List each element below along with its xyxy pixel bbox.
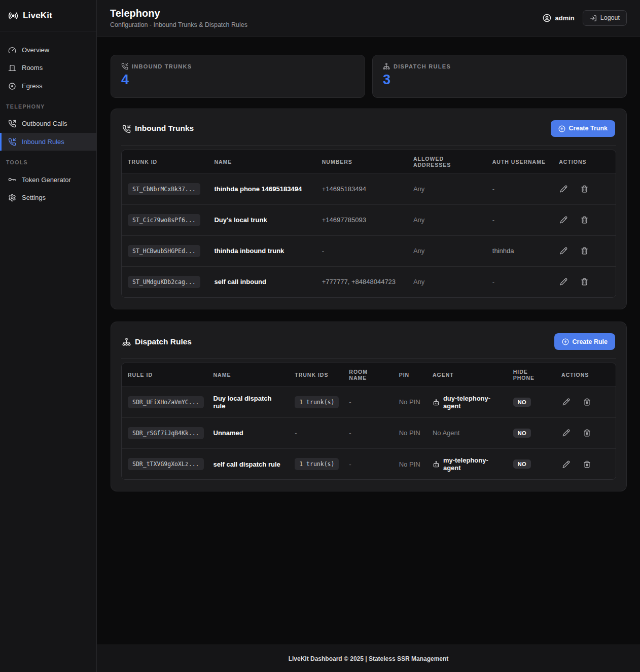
stat-label: Inbound Trunks <box>121 63 354 70</box>
edit-trunk-button[interactable] <box>559 246 568 256</box>
trunk-auth: - <box>492 216 494 224</box>
sidebar-item-label: Inbound Rules <box>22 138 64 146</box>
rule-name: Unnamed <box>214 429 243 437</box>
door-icon <box>8 64 16 73</box>
logout-label: Logout <box>600 14 620 21</box>
col-hide-phone: Hide Phone <box>507 363 555 387</box>
trunk-id: ST_CbNbrMCxBk37... <box>128 183 200 195</box>
hide-phone-badge: NO <box>513 459 531 469</box>
sidebar-item-label: Settings <box>22 194 46 201</box>
stat-value-dispatch-rules: 3 <box>383 73 616 87</box>
edit-trunk-button[interactable] <box>559 215 568 225</box>
trunk-id: ST_HCBwubSHGPEd... <box>128 245 200 257</box>
rules-table: Rule ID Name Trunk IDs Room Name PIN Age… <box>121 363 616 480</box>
hide-phone-badge: NO <box>513 398 531 407</box>
rule-trunk-ids: - <box>295 429 297 437</box>
rule-row: SDR_tTXVG9gXoXLz... self call dispatch r… <box>122 448 616 479</box>
trunk-id: ST_UMdguKDb2cag... <box>128 276 200 288</box>
inbound-trunks-header: Inbound Trunks Create Trunk <box>121 118 616 146</box>
rule-pin: No PIN <box>399 429 420 437</box>
hierarchy-icon <box>383 63 390 70</box>
col-actions: Actions <box>553 150 616 174</box>
phone-incoming-icon <box>122 124 131 133</box>
user-chip: admin <box>543 14 574 22</box>
col-rule-id: Rule ID <box>122 363 207 387</box>
trunk-numbers: - <box>322 247 324 255</box>
sidebar-item-token-generator[interactable]: Token Generator <box>0 171 96 189</box>
delete-trunk-button[interactable] <box>580 184 589 194</box>
col-room-name: Room Name <box>343 363 393 387</box>
rule-id: SDR_rSGf7iJqB4Kk... <box>128 427 204 439</box>
agent-cell: duy-telephony-agent <box>433 395 501 410</box>
col-name: Name <box>207 363 289 387</box>
trunk-auth: thinhda <box>492 247 514 255</box>
sidebar-item-outbound-calls[interactable]: Outbound Calls <box>0 115 96 133</box>
stats-row: Inbound Trunks 4 Dispatch Rules 3 <box>111 55 627 98</box>
rule-trunk-ids: 1 trunk(s) <box>295 458 339 470</box>
agent-cell: my-telephony-agent <box>433 456 501 472</box>
col-name: Name <box>208 150 315 174</box>
section-title: Dispatch Rules <box>122 337 192 346</box>
logout-button[interactable]: Logout <box>583 10 627 26</box>
page-title: Telephony <box>110 8 247 19</box>
rule-row: SDR_rSGf7iJqB4Kk... Unnamed - - No PIN N… <box>122 417 616 448</box>
col-trunk-id: Trunk ID <box>122 150 208 174</box>
sidebar-item-inbound-rules[interactable]: Inbound Rules <box>0 133 96 151</box>
sidebar: LiveKit Overview Rooms Egress Telephony … <box>0 0 97 672</box>
delete-rule-button[interactable] <box>582 428 592 438</box>
create-rule-button[interactable]: Create Rule <box>554 333 615 350</box>
sidebar-item-rooms[interactable]: Rooms <box>0 59 96 77</box>
delete-trunk-button[interactable] <box>580 215 589 225</box>
sidebar-item-egress[interactable]: Egress <box>0 77 96 95</box>
edit-rule-button[interactable] <box>561 428 571 438</box>
plus-circle-icon <box>558 125 565 132</box>
content: Inbound Trunks 4 Dispatch Rules 3 Inboun… <box>97 37 640 645</box>
brand-name: LiveKit <box>23 11 52 21</box>
inbound-trunks-card: Inbound Trunks Create Trunk Trunk ID Nam… <box>111 109 627 309</box>
sidebar-item-settings[interactable]: Settings <box>0 189 96 206</box>
trunk-numbers: +14697785093 <box>322 216 366 224</box>
col-allowed-addresses: Allowed Addresses <box>407 150 486 174</box>
sidebar-item-label: Overview <box>22 46 49 54</box>
phone-outgoing-icon <box>8 120 16 128</box>
delete-trunk-button[interactable] <box>580 277 589 287</box>
main-area: Telephony Configuration - Inbound Trunks… <box>97 0 640 672</box>
rule-row: SDR_UFiXHoZaVmYC... Duy local dispatch r… <box>122 386 616 417</box>
trunk-name: thinhda inbound trunk <box>214 247 284 255</box>
robot-icon <box>433 460 440 468</box>
delete-trunk-button[interactable] <box>580 246 589 256</box>
create-trunk-button[interactable]: Create Trunk <box>551 120 615 137</box>
delete-rule-button[interactable] <box>582 459 592 469</box>
edit-rule-button[interactable] <box>561 397 571 407</box>
gauge-icon <box>8 46 16 54</box>
trunk-auth: - <box>492 185 494 193</box>
trunk-numbers: +14695183494 <box>322 185 366 193</box>
rule-pin: No PIN <box>399 398 420 406</box>
username: admin <box>555 14 574 22</box>
delete-rule-button[interactable] <box>582 397 592 407</box>
robot-icon <box>433 398 440 406</box>
user-icon <box>543 14 551 22</box>
edit-trunk-button[interactable] <box>559 184 568 194</box>
edit-rule-button[interactable] <box>561 459 571 469</box>
footer-text: LiveKit Dashboard © 2025 | Stateless SSR… <box>289 655 449 662</box>
sidebar-section-tools: Tools <box>0 151 96 170</box>
rule-name: Duy local dispatch rule <box>214 395 272 410</box>
key-icon <box>8 175 16 184</box>
hierarchy-icon <box>122 337 131 346</box>
sidebar-item-overview[interactable]: Overview <box>0 41 96 59</box>
col-actions: Actions <box>555 363 616 387</box>
edit-trunk-button[interactable] <box>559 277 568 287</box>
sidebar-section-telephony: Telephony <box>0 95 96 115</box>
trunk-row: ST_CbNbrMCxBk37... thinhda phone 1469518… <box>122 173 616 204</box>
col-numbers: Numbers <box>316 150 407 174</box>
stat-card-dispatch-rules: Dispatch Rules 3 <box>372 55 627 98</box>
rules-table-header-row: Rule ID Name Trunk IDs Room Name PIN Age… <box>122 363 616 387</box>
trunk-allowed: Any <box>413 278 424 286</box>
dispatch-rules-card: Dispatch Rules Create Rule Rule ID Name … <box>111 322 627 491</box>
gear-icon <box>8 193 16 202</box>
disc-icon <box>8 82 16 90</box>
trunk-auth: - <box>492 278 494 286</box>
rule-room: - <box>349 398 351 406</box>
phone-incoming-icon <box>121 63 128 70</box>
